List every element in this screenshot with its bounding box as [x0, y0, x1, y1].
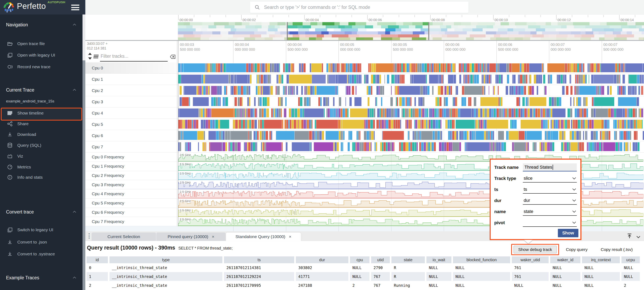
table-cell[interactable]: NULL: [582, 263, 620, 272]
table-cell[interactable]: NULL: [550, 272, 580, 281]
table-cell[interactable]: R: [392, 272, 425, 281]
table-cell[interactable]: 2: [86, 281, 108, 290]
table-cell[interactable]: 2: [350, 281, 370, 290]
table-cell[interactable]: 761: [512, 272, 548, 281]
table-cell[interactable]: 261187012170995: [224, 281, 294, 290]
table-cell[interactable]: NULL: [453, 263, 510, 272]
column-header-cpu[interactable]: cpu: [350, 256, 370, 263]
ts-select[interactable]: ts: [523, 186, 577, 194]
table-cell[interactable]: NULL: [426, 263, 452, 272]
tab-close-icon[interactable]: ×: [212, 234, 214, 239]
track-row-cpu-4[interactable]: Cpu 4: [85, 108, 177, 119]
tab-pinned-query-10000[interactable]: Pinned query (10000)×: [156, 232, 226, 241]
column-header-waker-utid[interactable]: waker_utid: [512, 256, 548, 263]
track-row-cpu-0-frequency[interactable]: Cpu 0 Frequency: [85, 152, 177, 162]
sidebar-item-open-with-legacy-ui[interactable]: Open with legacy UI: [0, 51, 81, 59]
section-title-navigation[interactable]: Navigation: [6, 22, 77, 28]
track-row-cpu-7[interactable]: Cpu 7: [85, 141, 177, 152]
track-row-cpu-7-frequency[interactable]: Cpu 7 Frequency: [85, 217, 177, 226]
sidebar-item-info-and-stats[interactable]: Info and stats: [0, 173, 81, 182]
track-row-cpu-3-frequency[interactable]: Cpu 3 Frequency: [85, 180, 177, 190]
trace-overview-minimap[interactable]: [177, 22, 644, 40]
table-cell[interactable]: 761: [512, 263, 548, 272]
chevron-down-icon[interactable]: [636, 234, 641, 240]
table-cell[interactable]: __intrinsic_thread_state: [110, 272, 222, 281]
sidebar-item-convert-to-json[interactable]: Convert to .json: [0, 238, 81, 246]
table-cell[interactable]: 261187012114381: [224, 263, 294, 272]
track-row-cpu-5-frequency[interactable]: Cpu 5 Frequency: [85, 199, 177, 208]
track-row-cpu-5[interactable]: Cpu 5: [85, 119, 177, 130]
track-row-cpu-2[interactable]: Cpu 2: [85, 85, 177, 96]
column-header-waker-id[interactable]: waker_id: [550, 256, 580, 263]
column-header-ucpu[interactable]: ucpu: [622, 256, 640, 263]
sidebar-item-query-sql[interactable]: Query (SQL): [0, 141, 81, 150]
table-cell[interactable]: NULL: [426, 281, 452, 290]
table-cell[interactable]: NULL: [453, 281, 510, 290]
table-cell[interactable]: NULL: [622, 272, 640, 281]
track-type-select[interactable]: slice: [523, 174, 577, 182]
column-header-blocked-function[interactable]: blocked_function: [453, 256, 510, 263]
table-cell[interactable]: NULL: [350, 272, 370, 281]
sidebar-item-open-trace-file[interactable]: Open trace file: [0, 40, 81, 48]
column-header-type[interactable]: type: [110, 256, 222, 263]
tab-options-kebab-icon[interactable]: ⋮: [86, 232, 91, 239]
track-name-input[interactable]: Thread States: [523, 164, 577, 172]
sidebar-item-viz[interactable]: Viz: [0, 152, 81, 160]
search-input[interactable]: [264, 4, 468, 10]
omnibox[interactable]: [250, 2, 468, 13]
table-cell[interactable]: NULL: [622, 263, 640, 272]
tab-close-icon[interactable]: ×: [289, 234, 292, 239]
section-title-example-traces[interactable]: Example Traces: [6, 275, 77, 280]
sidebar-item-metrics[interactable]: Metrics: [0, 163, 81, 171]
table-cell[interactable]: NULL: [582, 272, 620, 281]
sidebar-item-convert-to-systrace[interactable]: Convert to .systrace: [0, 250, 81, 258]
pivot-select[interactable]: [523, 219, 577, 227]
table-cell[interactable]: NULL: [550, 263, 580, 272]
table-cell[interactable]: 2790: [371, 263, 390, 272]
column-separator-dark[interactable]: [178, 41, 178, 226]
track-row-cpu-4-frequency[interactable]: Cpu 4 Frequency: [85, 190, 177, 199]
track-row-cpu-1[interactable]: Cpu 1: [85, 74, 177, 85]
sort-tracks-icon[interactable]: [88, 53, 92, 60]
hamburger-menu-icon[interactable]: [71, 5, 79, 10]
column-header-irq-context[interactable]: irq_context: [582, 256, 620, 263]
section-title-current-trace[interactable]: Current Trace: [6, 87, 77, 93]
table-cell[interactable]: R: [392, 263, 425, 272]
table-cell[interactable]: 767: [371, 272, 390, 281]
column-header-dur[interactable]: dur: [296, 256, 348, 263]
table-cell[interactable]: 247188: [296, 281, 348, 290]
track-row-cpu-1-frequency[interactable]: Cpu 1 Frequency: [85, 162, 177, 171]
table-cell[interactable]: 2: [622, 281, 640, 290]
column-header-utid[interactable]: utid: [371, 256, 390, 263]
sidebar-item-record-new-trace[interactable]: Record new trace: [0, 62, 81, 71]
sidebar-item-switch-to-legacy-ui[interactable]: Switch to legacy UI: [0, 226, 81, 234]
copy-query-button[interactable]: Copy query: [566, 247, 588, 252]
sidebar-item-download[interactable]: Download: [0, 130, 81, 139]
table-cell[interactable]: __intrinsic_thread_state: [110, 263, 222, 272]
table-cell[interactable]: 1: [86, 272, 108, 281]
filter-tracks-input[interactable]: Filter tracks...: [100, 54, 128, 59]
tab-standalone-query-10000[interactable]: Standalone Query (10000)×: [226, 232, 301, 241]
sidebar-item-share[interactable]: Share: [0, 120, 81, 128]
sidebar-scrollbar-thumb[interactable]: [82, 60, 85, 290]
track-row-cpu-0[interactable]: Cpu 0: [85, 62, 177, 74]
table-cell[interactable]: 303802: [296, 263, 348, 272]
table-cell[interactable]: NULL: [426, 272, 452, 281]
table-cell[interactable]: NULL: [550, 281, 580, 290]
show-button[interactable]: Show: [558, 229, 578, 237]
clear-filter-icon[interactable]: [170, 55, 175, 59]
table-cell[interactable]: 41771: [296, 272, 348, 281]
table-cell[interactable]: 0: [86, 263, 108, 272]
filter-menu-icon[interactable]: [94, 55, 98, 58]
column-header-state[interactable]: state: [392, 256, 425, 263]
table-cell[interactable]: __intrinsic_thread_state: [110, 281, 222, 290]
table-cell[interactable]: 261187012129224: [224, 272, 294, 281]
column-header-ts[interactable]: ts: [224, 256, 294, 263]
track-row-cpu-6[interactable]: Cpu 6: [85, 130, 177, 141]
track-row-cpu-2-frequency[interactable]: Cpu 2 Frequency: [85, 171, 177, 180]
table-cell[interactable]: NULL: [582, 281, 620, 290]
section-title-convert-trace[interactable]: Convert trace: [6, 209, 77, 215]
table-cell[interactable]: NULL: [512, 281, 548, 290]
track-row-cpu-3[interactable]: Cpu 3: [85, 96, 177, 108]
copy-result-tsv-button[interactable]: Copy result (.tsv): [601, 247, 633, 252]
